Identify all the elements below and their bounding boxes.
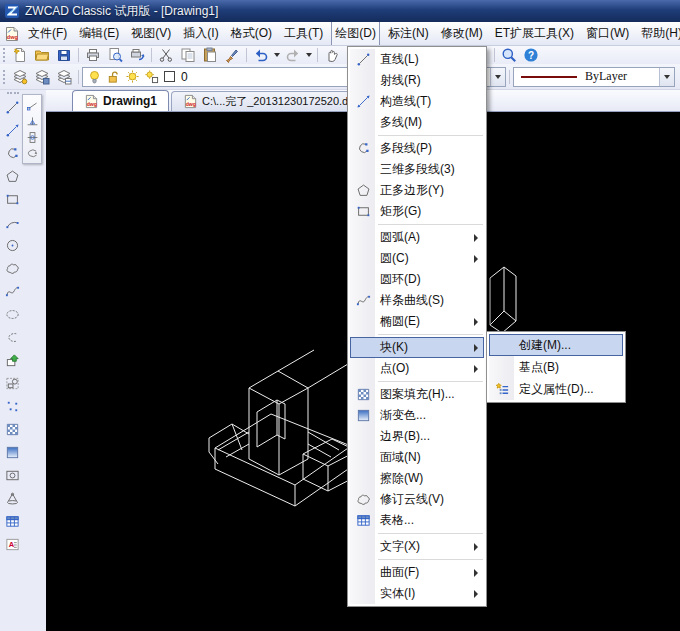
unlock-icon[interactable] bbox=[105, 69, 122, 85]
draw-menu-item-ray[interactable]: 射线(R) bbox=[350, 70, 484, 91]
draw-menu-item-wipeout[interactable]: 擦除(W) bbox=[350, 468, 484, 489]
search-icon[interactable] bbox=[498, 46, 520, 64]
draw-menu-item-spline[interactable]: 样条曲线(S) bbox=[350, 290, 484, 311]
toolbar-grip[interactable] bbox=[3, 48, 6, 62]
menubar-item-view[interactable]: 视图(V) bbox=[127, 22, 175, 46]
insert-block-tool-button[interactable] bbox=[3, 352, 22, 369]
layer-combo-caret-icon[interactable] bbox=[490, 68, 505, 86]
spline-tool-button[interactable] bbox=[3, 283, 22, 300]
line-tool-button[interactable] bbox=[3, 99, 22, 116]
layer-translate-icon[interactable] bbox=[53, 68, 75, 86]
draw-menu-item-3d-polyline[interactable]: 三维多段线(3) bbox=[350, 159, 484, 180]
linetype-combo[interactable]: ByLayer bbox=[513, 67, 675, 87]
draw-menu-item-polyline[interactable]: 多段线(P) bbox=[350, 138, 484, 159]
draw-menu-item-polygon[interactable]: 正多边形(Y) bbox=[350, 180, 484, 201]
gradient-tool-button[interactable] bbox=[3, 444, 22, 461]
redo-icon[interactable] bbox=[282, 46, 304, 64]
toolbar-grip[interactable] bbox=[3, 70, 6, 84]
pline-tool-button[interactable] bbox=[3, 145, 22, 162]
ellipse-arc-tool-button[interactable] bbox=[3, 329, 22, 346]
mtext-tool-button[interactable]: A bbox=[3, 536, 22, 553]
polygon-tool-button[interactable] bbox=[3, 168, 22, 185]
undo-icon[interactable] bbox=[250, 46, 272, 64]
copy-icon[interactable] bbox=[177, 46, 199, 64]
document-tab-0[interactable]: dwgDrawing1 bbox=[72, 90, 169, 111]
document-tab-1[interactable]: dwgC:\...完了_20131230172520.dwg bbox=[171, 91, 374, 111]
bulb-icon[interactable] bbox=[86, 69, 103, 85]
undo-dropdown-caret-icon[interactable] bbox=[272, 46, 282, 64]
draw-menu-item-region[interactable]: 面域(N) bbox=[350, 447, 484, 468]
submenu-arrow-icon bbox=[474, 344, 478, 352]
plot-preview-icon[interactable] bbox=[126, 46, 148, 64]
menubar-item-express[interactable]: ET扩展工具(X) bbox=[491, 22, 578, 46]
menubar-item-modify[interactable]: 修改(M) bbox=[437, 22, 487, 46]
point-tool-button[interactable] bbox=[3, 398, 22, 415]
draw-menu-item-solid[interactable]: 实体(I) bbox=[350, 583, 484, 604]
menubar-item-window[interactable]: 窗口(W) bbox=[582, 22, 633, 46]
block-submenu-item-base-point[interactable]: 基点(B) bbox=[489, 356, 623, 378]
draw-menu-item-ellipse[interactable]: 椭圆(E) bbox=[350, 311, 484, 332]
draw-menu-item-line[interactable]: 直线(L) bbox=[350, 49, 484, 70]
toolbar-grip[interactable] bbox=[7, 92, 19, 96]
redo-dropdown-caret-icon[interactable] bbox=[304, 46, 314, 64]
layer-states-icon[interactable] bbox=[31, 68, 53, 86]
help-icon[interactable]: ? bbox=[520, 46, 542, 64]
format-painter-icon[interactable] bbox=[221, 46, 243, 64]
menubar-item-draw[interactable]: 绘图(D) bbox=[331, 22, 380, 46]
menubar-item-dimension[interactable]: 标注(N) bbox=[384, 22, 433, 46]
ray-tool-button[interactable] bbox=[3, 122, 22, 139]
circle-tool-button[interactable] bbox=[3, 237, 22, 254]
menubar-item-help[interactable]: 帮助(H) bbox=[637, 22, 680, 46]
sun-icon[interactable] bbox=[124, 69, 141, 85]
draw-menu-item-point[interactable]: 点(O) bbox=[350, 358, 484, 379]
region-tool-button[interactable] bbox=[3, 467, 22, 484]
menubar-item-insert[interactable]: 插入(I) bbox=[179, 22, 222, 46]
layer-properties-icon[interactable] bbox=[9, 68, 31, 86]
draw-menu-item-text[interactable]: 文字(X) bbox=[350, 536, 484, 557]
block-submenu-item-define-attributes[interactable]: 定义属性(D)... bbox=[489, 378, 623, 400]
snap-center-button[interactable] bbox=[25, 130, 40, 144]
menubar-item-format[interactable]: 格式(O) bbox=[227, 22, 276, 46]
menu-item-label: 点(O) bbox=[376, 360, 409, 377]
arc-tool-button[interactable] bbox=[3, 214, 22, 231]
draw-menu-item-donut[interactable]: 圆环(D) bbox=[350, 269, 484, 290]
block-submenu-item-create[interactable]: 创建(M)... bbox=[489, 334, 623, 356]
save-icon[interactable] bbox=[53, 46, 75, 64]
paste-icon[interactable] bbox=[199, 46, 221, 64]
draw-menu-item-revision-cloud[interactable]: 修订云线(V) bbox=[350, 489, 484, 510]
print-preview-icon[interactable] bbox=[104, 46, 126, 64]
hatch-tool-button[interactable] bbox=[3, 421, 22, 438]
make-block-tool-button[interactable] bbox=[3, 375, 22, 392]
menubar-item-tools[interactable]: 工具(T) bbox=[280, 22, 327, 46]
cut-icon[interactable] bbox=[155, 46, 177, 64]
rectangle-tool-button[interactable] bbox=[3, 191, 22, 208]
draw-menu-item-block[interactable]: 块(K) bbox=[350, 337, 484, 358]
draw-menu-item-multiline[interactable]: 多线(M) bbox=[350, 112, 484, 133]
print-icon[interactable] bbox=[82, 46, 104, 64]
snap-endpoint-button[interactable] bbox=[25, 98, 40, 112]
snap-midpoint-button[interactable] bbox=[25, 114, 40, 128]
draw-menu-item-construction-line[interactable]: 构造线(T) bbox=[350, 91, 484, 112]
ellipse-tool-button[interactable] bbox=[3, 306, 22, 323]
cone-tool-button[interactable] bbox=[3, 490, 22, 507]
orbit-button[interactable] bbox=[25, 146, 40, 160]
revcloud-tool-button[interactable] bbox=[3, 260, 22, 277]
freeze-icon[interactable] bbox=[143, 69, 160, 85]
menubar-item-file[interactable]: 文件(F) bbox=[24, 22, 71, 46]
draw-menu-item-table[interactable]: 表格... bbox=[350, 510, 484, 531]
new-file-icon[interactable] bbox=[9, 46, 31, 64]
table-icon bbox=[351, 513, 376, 528]
menubar-item-edit[interactable]: 编辑(E) bbox=[75, 22, 123, 46]
open-folder-icon[interactable] bbox=[31, 46, 53, 64]
draw-menu-item-surface[interactable]: 曲面(F) bbox=[350, 562, 484, 583]
menu-separator bbox=[378, 533, 483, 534]
draw-menu-item-circle[interactable]: 圆(C) bbox=[350, 248, 484, 269]
draw-menu-item-rectangle[interactable]: 矩形(G) bbox=[350, 201, 484, 222]
linetype-combo-caret-icon[interactable] bbox=[659, 68, 674, 86]
draw-menu-item-hatch[interactable]: 图案填充(H)... bbox=[350, 384, 484, 405]
table-tool-button[interactable] bbox=[3, 513, 22, 530]
draw-menu-item-gradient[interactable]: 渐变色... bbox=[350, 405, 484, 426]
pan-icon[interactable] bbox=[321, 46, 343, 64]
draw-menu-item-arc[interactable]: 圆弧(A) bbox=[350, 227, 484, 248]
draw-menu-item-boundary[interactable]: 边界(B)... bbox=[350, 426, 484, 447]
